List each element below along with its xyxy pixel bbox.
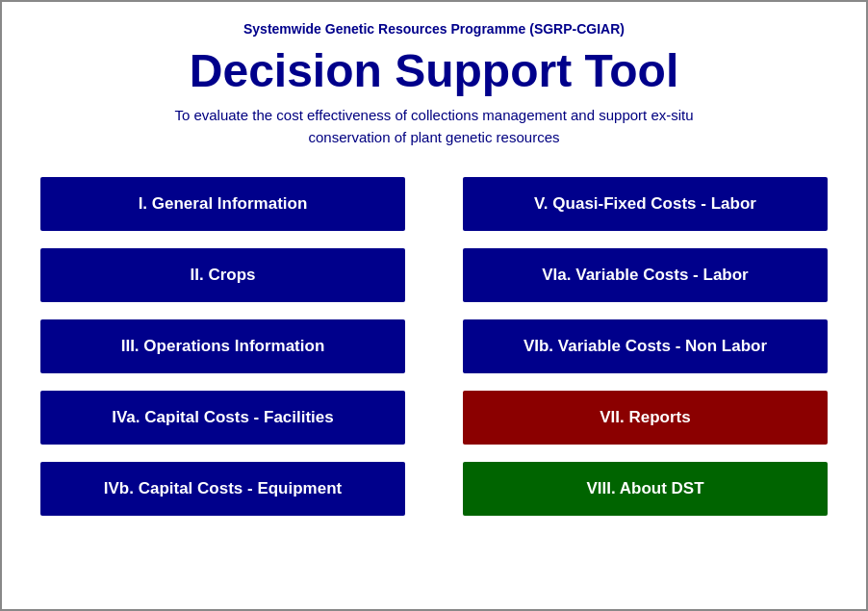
header-description: To evaluate the cost effectiveness of co… (174, 105, 693, 148)
btn-reports[interactable]: VII. Reports (463, 391, 828, 445)
header-title: Decision Support Tool (190, 44, 678, 97)
btn-operations-info[interactable]: III. Operations Information (40, 319, 405, 373)
main-container: Systemwide Genetic Resources Programme (… (0, 0, 868, 611)
btn-variable-non-labor[interactable]: VIb. Variable Costs - Non Labor (463, 319, 828, 373)
btn-variable-labor[interactable]: VIa. Variable Costs - Labor (463, 248, 828, 302)
btn-capital-facilities[interactable]: IVa. Capital Costs - Facilities (40, 391, 405, 445)
buttons-grid: I. General Information V. Quasi-Fixed Co… (40, 177, 828, 516)
btn-capital-equipment[interactable]: IVb. Capital Costs - Equipment (40, 462, 405, 516)
btn-quasi-fixed-labor[interactable]: V. Quasi-Fixed Costs - Labor (463, 177, 828, 231)
header-subtitle: Systemwide Genetic Resources Programme (… (243, 21, 625, 37)
btn-about-dst[interactable]: VIII. About DST (463, 462, 828, 516)
btn-crops[interactable]: II. Crops (40, 248, 405, 302)
btn-general-info[interactable]: I. General Information (40, 177, 405, 231)
